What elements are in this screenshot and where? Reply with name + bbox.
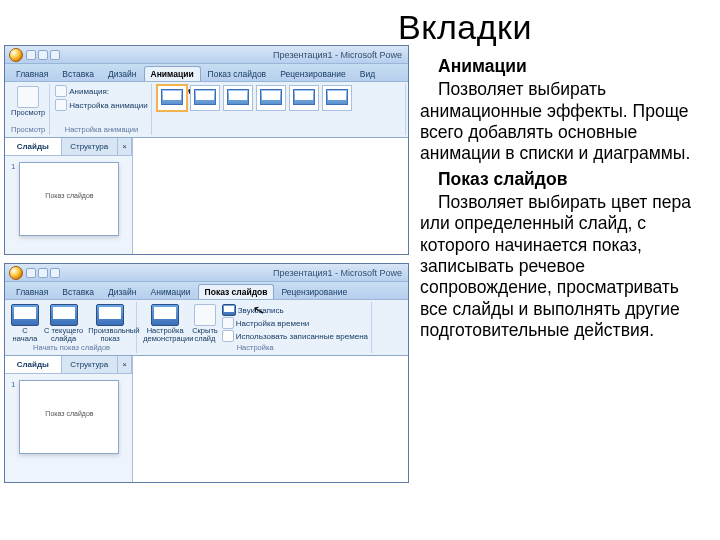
hide-slide-label: Скрытьслайд	[192, 327, 218, 342]
qat-save-icon[interactable]	[26, 50, 36, 60]
window-title: Презентация1 - Microsoft Powe	[63, 50, 404, 60]
slide-thumbnail-1[interactable]: 1 Показ слайдов	[11, 162, 126, 236]
tab-home[interactable]: Главная	[9, 66, 55, 81]
slide-canvas[interactable]	[133, 138, 408, 254]
anim-icon	[55, 85, 67, 97]
ribbon-group-setup: Настройкадемонстрации Скрытьслайд Звукоз…	[139, 302, 372, 353]
transition-item[interactable]	[256, 85, 286, 111]
ribbon-tabs: Главная Вставка Дизайн Анимации Показ сл…	[5, 282, 408, 300]
nav-close-icon[interactable]: ×	[118, 356, 132, 373]
thumb-caption: Показ слайдов	[20, 192, 118, 199]
tab-animations[interactable]: Анимации	[144, 284, 198, 299]
para-slideshow: Позволяет выбирать цвет пера или определ…	[420, 192, 700, 341]
tab-design[interactable]: Дизайн	[101, 284, 144, 299]
tab-home[interactable]: Главная	[9, 284, 55, 299]
transition-item[interactable]	[223, 85, 253, 111]
slide-thumbnail-1[interactable]: 1 Показ слайдов	[11, 380, 126, 454]
monitor-icon	[50, 304, 78, 326]
use-timings-label: Использовать записанные времена	[236, 332, 368, 341]
group-label-start: Начать показ слайдов	[10, 343, 133, 353]
tab-slideshow[interactable]: Показ слайдов	[201, 66, 274, 81]
window-titlebar: Презентация1 - Microsoft Powe	[5, 46, 408, 64]
custom-anim-label: Настройка анимации	[69, 101, 147, 110]
from-current-button[interactable]: С текущегослайда	[43, 303, 84, 343]
qat-redo-icon[interactable]	[50, 268, 60, 278]
tab-animations[interactable]: Анимации	[144, 66, 201, 81]
ribbon-tabs: Главная Вставка Дизайн Анимации Показ сл…	[5, 64, 408, 82]
ribbon: Сначала С текущегослайда Произвольныйпок…	[5, 300, 408, 356]
office-button-icon[interactable]	[9, 48, 23, 62]
tab-slideshow[interactable]: Показ слайдов	[198, 284, 275, 299]
hide-slide-button[interactable]: Скрытьслайд	[191, 303, 219, 343]
custom-show-label: Произвольныйпоказ	[88, 327, 132, 342]
transition-none[interactable]	[157, 85, 187, 111]
nav-tab-slides[interactable]: Слайды	[5, 356, 62, 373]
screenshot-slideshow-tab: Презентация1 - Microsoft Powe Главная Вс…	[4, 263, 409, 483]
group-label-preview: Просмотр	[10, 125, 46, 135]
transition-item[interactable]	[289, 85, 319, 111]
thumb-number: 1	[11, 380, 15, 454]
rehearse-timings-button[interactable]: Настройка времени	[222, 317, 368, 329]
thumb-number: 1	[11, 162, 15, 236]
page-title: Вкладки	[210, 8, 720, 47]
slides-pane: Слайды Структура × 1 Показ слайдов	[5, 138, 133, 254]
ribbon: Просмотр Просмотр Анимация: Настройка ан…	[5, 82, 408, 138]
custom-animation-button[interactable]: Настройка анимации	[55, 99, 147, 111]
record-icon	[222, 304, 236, 316]
clock-icon	[222, 317, 234, 329]
quick-access-toolbar[interactable]	[26, 268, 60, 278]
nav-close-icon[interactable]: ×	[118, 138, 132, 155]
custom-anim-icon	[55, 99, 67, 111]
tab-insert[interactable]: Вставка	[55, 284, 101, 299]
window-title: Презентация1 - Microsoft Powe	[63, 268, 404, 278]
nav-tab-outline[interactable]: Структура	[62, 138, 119, 155]
qat-save-icon[interactable]	[26, 268, 36, 278]
slide-canvas[interactable]	[133, 356, 408, 482]
qat-undo-icon[interactable]	[38, 50, 48, 60]
tab-design[interactable]: Дизайн	[101, 66, 144, 81]
checkbox-icon	[222, 330, 234, 342]
tab-review[interactable]: Рецензирование	[274, 284, 354, 299]
explanatory-text: Анимации Позволяет выбирать анимационные…	[420, 56, 700, 345]
slides-pane: Слайды Структура × 1 Показ слайдов	[5, 356, 133, 482]
ribbon-group-preview: Просмотр Просмотр	[7, 84, 50, 135]
transition-item[interactable]	[322, 85, 352, 111]
from-beginning-label: Сначала	[13, 327, 38, 342]
hide-slide-icon	[194, 304, 216, 326]
office-button-icon[interactable]	[9, 266, 23, 280]
anim-label: Анимация:	[69, 87, 109, 96]
edit-area: Слайды Структура × 1 Показ слайдов	[5, 356, 408, 482]
from-beginning-button[interactable]: Сначала	[10, 303, 40, 343]
tab-review[interactable]: Рецензирование	[273, 66, 353, 81]
heading-animations: Анимации	[420, 56, 700, 77]
transition-item[interactable]	[190, 85, 220, 111]
setup-show-button[interactable]: Настройкадемонстрации	[142, 303, 188, 343]
use-timings-checkbox[interactable]: Использовать записанные времена	[222, 330, 368, 342]
qat-undo-icon[interactable]	[38, 268, 48, 278]
quick-access-toolbar[interactable]	[26, 50, 60, 60]
monitor-icon	[151, 304, 179, 326]
edit-area: Слайды Структура × 1 Показ слайдов	[5, 138, 408, 254]
preview-button[interactable]: Просмотр	[10, 85, 46, 118]
tab-view[interactable]: Вид	[353, 66, 382, 81]
preview-label: Просмотр	[11, 109, 45, 117]
nav-tab-slides[interactable]: Слайды	[5, 138, 62, 155]
nav-tab-outline[interactable]: Структура	[62, 356, 119, 373]
qat-redo-icon[interactable]	[50, 50, 60, 60]
group-label-setup: Настройка	[142, 343, 368, 353]
record-narration-button[interactable]: Звукозапись	[222, 304, 368, 316]
monitor-icon	[11, 304, 39, 326]
ribbon-group-animation-settings: Анимация: Настройка анимации Настройка а…	[52, 84, 151, 135]
setup-show-label: Настройкадемонстрации	[143, 327, 187, 342]
window-titlebar: Презентация1 - Microsoft Powe	[5, 264, 408, 282]
ribbon-group-start-show: Сначала С текущегослайда Произвольныйпок…	[7, 302, 137, 353]
custom-show-button[interactable]: Произвольныйпоказ	[87, 303, 133, 343]
screenshot-animations-tab: Презентация1 - Microsoft Powe Главная Вс…	[4, 45, 409, 255]
rehearse-label: Настройка времени	[236, 319, 310, 328]
tab-insert[interactable]: Вставка	[55, 66, 101, 81]
heading-slideshow: Показ слайдов	[420, 169, 700, 190]
animation-dropdown[interactable]: Анимация:	[55, 85, 109, 97]
thumb-caption: Показ слайдов	[20, 410, 118, 417]
para-animations: Позволяет выбирать анимационные эффекты.…	[420, 79, 700, 164]
group-label-anim: Настройка анимации	[55, 125, 147, 135]
